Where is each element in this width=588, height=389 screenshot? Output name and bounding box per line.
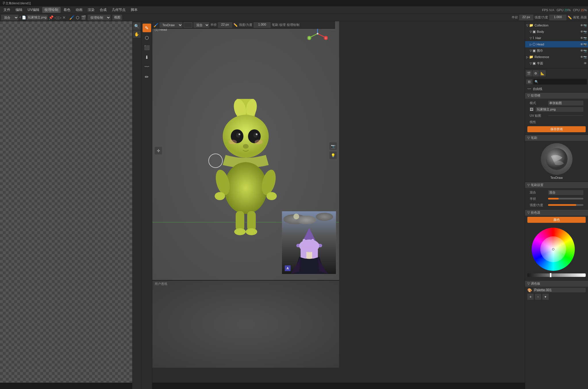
erase-tool[interactable]: ⬛ — [143, 43, 151, 52]
prop-icon-1[interactable]: 🎬 — [526, 70, 532, 76]
menu-geo-nodes[interactable]: 几何节点 — [109, 7, 128, 13]
filter-search[interactable]: 🔍 — [533, 79, 587, 85]
scene-icon[interactable]: 🎬 — [81, 15, 86, 20]
palette-dropdown-btn[interactable]: ▼ — [542, 294, 549, 300]
fill-tool[interactable]: ⬡ — [143, 33, 151, 42]
svg-rect-30 — [236, 211, 244, 231]
brush-settings-header[interactable]: ▽ 笔刷设置 — [525, 182, 588, 188]
radius-label-r: 半径 — [512, 15, 518, 20]
pen-label: 画笔 — [573, 15, 579, 20]
reference-render[interactable]: 📷 — [583, 55, 587, 59]
strength-value-2[interactable]: 1.000 — [253, 22, 271, 28]
paint-mode-icon[interactable]: 🖌️ — [69, 15, 74, 20]
save-all-btn[interactable]: 保存所有 — [527, 126, 586, 132]
move-tool-btn[interactable]: ✢ — [155, 147, 162, 154]
head-render[interactable]: 📷 — [583, 43, 587, 46]
menu-animation[interactable]: 动画 — [73, 7, 85, 13]
color-dot[interactable] — [552, 248, 554, 250]
tree-item-collection[interactable]: ▽ 📁 Collection 👁 📷 — [525, 22, 588, 28]
level-label: 高级 — [581, 15, 587, 20]
mask-tool[interactable]: ✏ — [143, 72, 151, 81]
radius-value[interactable]: 22 px — [519, 15, 533, 20]
tree-item-ref-child[interactable]: ▽ ▣ 半面 👁 — [525, 60, 588, 66]
head-eye[interactable]: 👁 — [580, 43, 583, 46]
smear-tool[interactable]: 〰 — [143, 63, 151, 71]
radius-row: 半径 — [527, 196, 586, 202]
texture-file-value[interactable]: 玩家独立.png — [536, 107, 583, 112]
texture-slot-header[interactable]: ▽ 纹理槽 — [525, 92, 588, 99]
strength-value[interactable]: 1.000 — [549, 15, 566, 20]
palette-remove-btn[interactable]: - — [535, 294, 541, 300]
file-name[interactable]: 玩家独立.png — [27, 15, 48, 20]
collection-render[interactable]: 📷 — [583, 24, 587, 27]
hair-eye[interactable]: 👁 — [580, 36, 583, 40]
paint-brush-tool[interactable]: ✎ — [143, 24, 151, 32]
ref-child-arrow: ▽ — [530, 62, 532, 65]
tree-item-body[interactable]: ▽ ▣ Body 👁 📷 — [525, 28, 588, 35]
strength-label-r: 强度/力度 — [535, 15, 548, 20]
scarf-eye[interactable]: 👁 — [580, 49, 583, 52]
tree-item-scarf[interactable]: ▽ ▣ 围巾 👁 📷 — [525, 47, 588, 54]
palette-name[interactable]: Palette.001 — [533, 288, 586, 292]
color-arrow: ▽ — [527, 211, 530, 214]
mode-select[interactable]: 混合 — [1, 15, 18, 20]
ref-child-eye[interactable]: 👁 — [584, 62, 587, 65]
reference-eye[interactable]: 👁 — [580, 55, 583, 59]
menu-shading[interactable]: 着色 — [61, 7, 73, 13]
brush-name-select[interactable]: TexDraw — [160, 22, 182, 28]
hair-render[interactable]: 📷 — [583, 37, 587, 40]
prop-icon-2[interactable]: ⚙ — [533, 70, 539, 76]
menu-script[interactable]: 脚本 — [128, 7, 140, 13]
paint-mode-select[interactable]: 纹理绘制 — [88, 15, 111, 20]
texture-label-2: 纹理 — [279, 23, 286, 27]
bottom-viewport[interactable]: 用户透视 — [152, 280, 339, 368]
hand-btn[interactable]: ✋ — [133, 30, 141, 38]
palette-add-btn[interactable]: + — [527, 294, 534, 300]
filter-btn[interactable]: ⊟ — [526, 79, 532, 84]
menu-uv[interactable]: UV编辑 — [25, 7, 42, 13]
menu-edit[interactable]: 编辑 — [13, 7, 25, 13]
brush-icon-2[interactable]: 🖌️ — [153, 23, 158, 27]
collection-eye[interactable]: 👁 — [580, 24, 583, 27]
brush-preview — [541, 143, 572, 175]
palette-header[interactable]: ▽ 调色板 — [525, 280, 588, 287]
pin-icon: 📌 — [49, 15, 53, 20]
color-btn[interactable]: 颜色 — [527, 217, 586, 223]
body-eye[interactable]: 👁 — [580, 30, 583, 33]
viewport-icon[interactable]: ⬡ — [76, 15, 79, 20]
mode-value[interactable]: 单张贴图 — [548, 101, 583, 106]
zoom-in-btn[interactable]: 🔍 — [133, 22, 141, 30]
camera-view-btn[interactable]: 📷 — [329, 142, 337, 150]
light-btn[interactable]: 💡 — [329, 152, 337, 159]
cloud-3 — [316, 213, 333, 221]
clone-tool[interactable]: ⬇ — [143, 53, 151, 62]
menu-render[interactable]: 渲染 — [85, 7, 97, 13]
brightness-slider[interactable] — [527, 273, 586, 277]
color-picker-header[interactable]: ▽ 拾色器 — [525, 209, 588, 216]
radius-slider[interactable] — [548, 198, 583, 200]
tree-item-hair[interactable]: ▽ ⌇ Hair 👁 📷 — [525, 35, 588, 41]
tree-item-reference[interactable]: ▷ 📁 Reference 👁 📷 — [525, 54, 588, 60]
brush-section-header[interactable]: ▽ 笔刷 — [525, 135, 588, 141]
uv-value[interactable] — [548, 115, 583, 116]
right-panel: 🎬 场景集合 ⊟ 🔍 🔍 ▽ 📁 Collection 👁 📷 ▽ ▣ Body… — [525, 6, 588, 389]
tree-item-head[interactable]: ▷ ⬡ Head 👁 📷 — [525, 41, 588, 47]
radius-value-2[interactable]: 22 px — [218, 22, 232, 28]
blend-mode-select[interactable]: 混合 — [193, 22, 209, 28]
menu-file[interactable]: 文件 — [1, 7, 13, 13]
texture-view-panel — [0, 21, 132, 389]
color-wheel[interactable] — [532, 228, 575, 271]
strength-slider[interactable] — [548, 204, 583, 206]
menu-texture-paint[interactable]: 纹理绘制 — [42, 7, 61, 13]
blend-value[interactable]: 混合 — [548, 190, 583, 195]
body-icon: ▣ — [533, 30, 536, 34]
palette-arrow: ▽ — [527, 282, 530, 285]
scarf-render[interactable]: 📷 — [583, 49, 587, 52]
prop-icon-3[interactable]: 📐 — [539, 70, 546, 76]
menu-composite[interactable]: 合成 — [97, 7, 109, 13]
body-render[interactable]: 📷 — [583, 30, 587, 33]
viewport-3d[interactable]: 用户透视 (1) Head — [152, 21, 339, 280]
color-swatch[interactable] — [184, 22, 192, 28]
view-label[interactable]: 视图 — [112, 15, 122, 20]
color-wheel-container[interactable] — [527, 226, 579, 272]
